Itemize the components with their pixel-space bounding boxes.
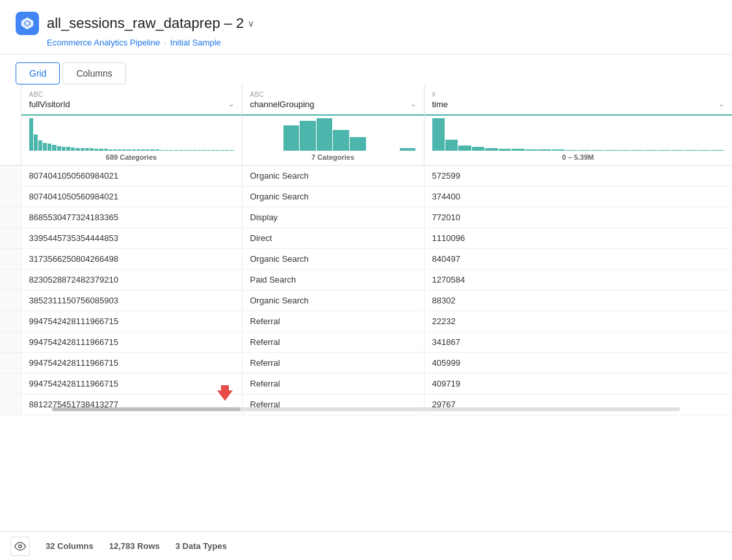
col-name-fullvisitorid: fullVisitorId xyxy=(29,99,70,109)
cell-channelgrouping: Display xyxy=(242,207,424,228)
scrollbar-thumb[interactable] xyxy=(52,407,241,411)
cell-fullvisitorid: 9947542428111966715 xyxy=(21,332,242,353)
cell-fullvisitorid: 3173566250804266498 xyxy=(21,249,242,270)
row-dot: · xyxy=(0,290,21,311)
col-type-abc-1: ABC xyxy=(29,91,44,98)
table-row: ·9947542428111966715Referral341867 xyxy=(0,332,732,353)
cell-fullvisitorid: 9947542428111966715 xyxy=(21,311,242,332)
row-dot: · xyxy=(0,394,21,415)
cell-channelgrouping: Referral xyxy=(242,311,424,332)
row-dot: · xyxy=(0,186,21,207)
col-name-time: time xyxy=(432,99,449,109)
cell-time: 374400 xyxy=(424,186,732,207)
cell-fullvisitorid: 8230528872482379210 xyxy=(21,270,242,290)
page-title: all_sessions_raw_dataprep – 2 ∨ xyxy=(47,15,254,32)
table-row: ·8230528872482379210Paid Search1270584 xyxy=(0,270,732,290)
cell-channelgrouping: Direct xyxy=(242,228,424,249)
cell-time: 1110096 xyxy=(424,228,732,249)
table-row: ·8074041050560984021Organic Search374400 xyxy=(0,186,732,207)
table-row: ·3852311150756085903Organic Search88302 xyxy=(0,290,732,311)
cell-channelgrouping: Organic Search xyxy=(242,249,424,270)
data-table: ABC fullVisitorId ⌄ 689 Categories xyxy=(0,84,732,415)
table-row: ·8812275451738413277Referral29767 xyxy=(0,394,732,415)
tab-grid[interactable]: Grid xyxy=(16,62,60,84)
row-dot: · xyxy=(0,166,21,186)
row-dot: · xyxy=(0,270,21,290)
cell-channelgrouping: Organic Search xyxy=(242,290,424,311)
horizontal-scrollbar[interactable] xyxy=(52,407,680,411)
col-name-channelgrouping: channelGrouping xyxy=(250,99,315,109)
sort-icon-time[interactable]: ⌄ xyxy=(718,100,724,108)
cell-time: 572599 xyxy=(424,166,732,186)
col-type-hash: # xyxy=(432,91,436,98)
dist-chart-time xyxy=(425,114,732,151)
cell-fullvisitorid: 8074041050560984021 xyxy=(21,186,242,207)
col-header-channelgrouping[interactable]: ABC channelGrouping ⌄ 7 Categories xyxy=(242,84,424,166)
table-row: ·8074041050560984021Organic Search572599 xyxy=(0,166,732,186)
table-row: ·8685530477324183365Display772010 xyxy=(0,207,732,228)
row-dot: · xyxy=(0,374,21,394)
separator: · xyxy=(164,38,166,47)
cell-time: 840497 xyxy=(424,249,732,270)
footer: 32 Columns 12,783 Rows 3 Data Types xyxy=(0,531,732,560)
chevron-down-icon[interactable]: ∨ xyxy=(248,18,254,29)
cell-channelgrouping: Referral xyxy=(242,394,424,415)
row-dot: · xyxy=(0,228,21,249)
row-dot: · xyxy=(0,207,21,228)
row-dot: · xyxy=(0,353,21,374)
svg-point-4 xyxy=(19,544,22,548)
table-row: ·9947542428111966715Referral409719 xyxy=(0,374,732,394)
table-row: ·9947542428111966715Referral22232 xyxy=(0,311,732,332)
cell-time: 341867 xyxy=(424,332,732,353)
cell-channelgrouping: Organic Search xyxy=(242,186,424,207)
cell-time: 405999 xyxy=(424,353,732,374)
cell-fullvisitorid: 9947542428111966715 xyxy=(21,353,242,374)
dist-label-fullvisitorid: 689 Categories xyxy=(21,151,242,165)
col-header-time[interactable]: # time ⌄ 0 – 5.39M xyxy=(424,84,732,166)
svg-point-2 xyxy=(26,22,29,25)
cell-channelgrouping: Referral xyxy=(242,353,424,374)
col-type-abc-2: ABC xyxy=(250,91,265,98)
cell-fullvisitorid: 3852311150756085903 xyxy=(21,290,242,311)
table-row: ·3173566250804266498Organic Search840497 xyxy=(0,249,732,270)
cell-fullvisitorid: 3395445735354444853 xyxy=(21,228,242,249)
cell-time: 22232 xyxy=(424,311,732,332)
cell-time: 29767 xyxy=(424,394,732,415)
tab-columns[interactable]: Columns xyxy=(62,62,125,84)
tabs-bar: Grid Columns xyxy=(0,55,732,84)
footer-types: 3 Data Types xyxy=(176,541,227,551)
cell-channelgrouping: Referral xyxy=(242,374,424,394)
title-suffix: – 2 xyxy=(224,15,244,32)
app-icon xyxy=(16,12,39,35)
table-row: ·3395445735354444853Direct1110096 xyxy=(0,228,732,249)
title-text: all_sessions_raw_dataprep xyxy=(47,15,220,32)
dist-chart-fullvisitorid xyxy=(21,114,242,151)
cell-fullvisitorid: 9947542428111966715 xyxy=(21,374,242,394)
cell-channelgrouping: Organic Search xyxy=(242,166,424,186)
dist-label-channelgrouping: 7 Categories xyxy=(242,151,424,165)
columns-count: 32 Columns xyxy=(46,541,94,551)
cell-channelgrouping: Paid Search xyxy=(242,270,424,290)
visibility-toggle[interactable] xyxy=(10,537,30,556)
sort-icon-channelgrouping[interactable]: ⌄ xyxy=(410,100,416,108)
cell-fullvisitorid: 8685530477324183365 xyxy=(21,207,242,228)
cell-time: 1270584 xyxy=(424,270,732,290)
table-body: ·8074041050560984021Organic Search572599… xyxy=(0,166,732,415)
header: all_sessions_raw_dataprep – 2 ∨ Ecommerc… xyxy=(0,0,732,55)
dist-chart-channelgrouping xyxy=(242,114,424,151)
breadcrumb: Ecommerce Analytics Pipeline · Initial S… xyxy=(16,38,716,47)
row-number-header xyxy=(0,84,21,166)
col-header-fullvisitorid[interactable]: ABC fullVisitorId ⌄ 689 Categories xyxy=(21,84,242,166)
cell-time: 409719 xyxy=(424,374,732,394)
sample-link[interactable]: Initial Sample xyxy=(170,38,221,47)
footer-columns: 32 Columns xyxy=(46,541,94,551)
types-count: 3 Data Types xyxy=(176,541,227,551)
row-dot: · xyxy=(0,332,21,353)
cell-time: 772010 xyxy=(424,207,732,228)
sort-icon-fullvisitorid[interactable]: ⌄ xyxy=(228,100,234,108)
row-dot: · xyxy=(0,249,21,270)
cell-channelgrouping: Referral xyxy=(242,332,424,353)
data-grid: ABC fullVisitorId ⌄ 689 Categories xyxy=(0,84,732,444)
pipeline-link[interactable]: Ecommerce Analytics Pipeline xyxy=(47,38,160,47)
cell-fullvisitorid: 8074041050560984021 xyxy=(21,166,242,186)
